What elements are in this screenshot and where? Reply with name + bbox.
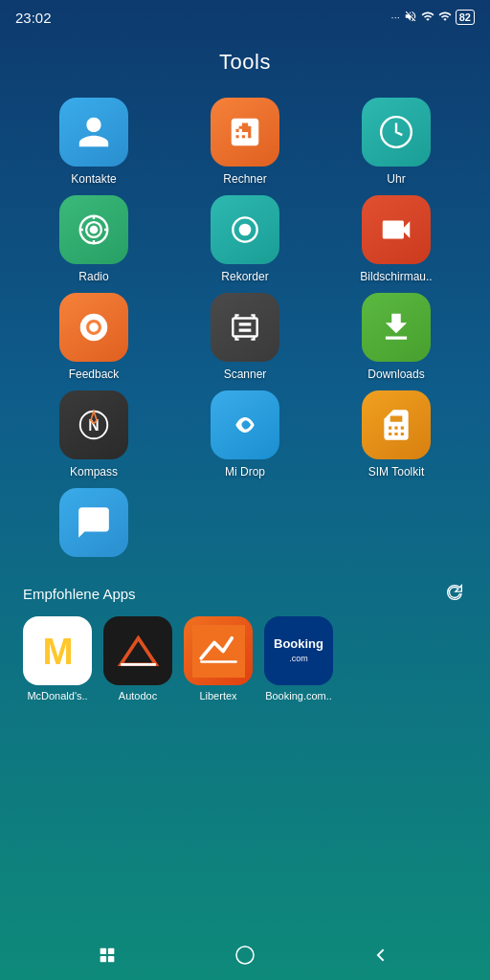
recommended-title: Empfohlene Apps bbox=[23, 586, 136, 602]
recommended-apps-list: M McDonald's.. Autodoc bbox=[23, 616, 467, 702]
autodoc-icon bbox=[103, 616, 172, 685]
feedback-icon bbox=[59, 293, 128, 362]
nav-home-button[interactable] bbox=[94, 942, 121, 969]
uhr-label: Uhr bbox=[387, 172, 405, 186]
app-kontakte[interactable]: Kontakte bbox=[23, 98, 165, 186]
radio-icon bbox=[59, 195, 128, 264]
sim-label: SIM Toolkit bbox=[368, 465, 424, 479]
bildschirm-label: Bildschirmau.. bbox=[360, 270, 432, 283]
svg-point-5 bbox=[239, 224, 252, 236]
nav-bar bbox=[0, 930, 490, 980]
kompass-icon: N bbox=[59, 390, 128, 459]
refresh-button[interactable] bbox=[444, 582, 467, 605]
svg-point-6 bbox=[80, 314, 108, 342]
svg-rect-12 bbox=[112, 625, 165, 678]
svg-text:N: N bbox=[88, 417, 99, 434]
kompass-label: Kompass bbox=[70, 465, 118, 479]
app-chat[interactable] bbox=[23, 488, 165, 563]
app-sim[interactable]: SIM Toolkit bbox=[325, 390, 467, 479]
radio-label: Radio bbox=[78, 270, 108, 283]
booking-label: Booking.com.. bbox=[265, 690, 332, 702]
svg-text:M: M bbox=[42, 631, 73, 672]
svg-rect-7 bbox=[233, 319, 256, 337]
app-bildschirm[interactable]: Bildschirmau.. bbox=[325, 195, 467, 283]
status-icons: ··· 82 bbox=[391, 10, 475, 25]
booking-icon: Booking.com bbox=[264, 616, 333, 685]
scanner-icon bbox=[211, 293, 279, 362]
svg-point-3 bbox=[91, 227, 97, 233]
downloads-label: Downloads bbox=[368, 368, 424, 381]
kontakte-icon bbox=[59, 98, 128, 167]
nav-back-button[interactable] bbox=[369, 942, 396, 969]
status-time: 23:02 bbox=[15, 10, 52, 26]
app-grid: Kontakte Rechner Uhr Radio Rekorder Bild… bbox=[0, 98, 490, 563]
rechner-label: Rechner bbox=[223, 172, 266, 186]
app-radio[interactable]: Radio bbox=[23, 195, 165, 283]
app-scanner[interactable]: Scanner bbox=[174, 293, 316, 381]
scanner-label: Scanner bbox=[224, 368, 267, 381]
app-rechner[interactable]: Rechner bbox=[174, 98, 316, 186]
libertex-icon bbox=[184, 616, 253, 685]
chat-icon bbox=[59, 488, 128, 557]
kontakte-label: Kontakte bbox=[71, 172, 116, 186]
rechner-icon bbox=[211, 98, 279, 167]
sim-icon bbox=[362, 390, 431, 459]
rec-libertex[interactable]: Libertex bbox=[184, 616, 253, 702]
status-bar: 23:02 ··· 82 bbox=[0, 0, 490, 31]
rec-mcdonalds[interactable]: M McDonald's.. bbox=[23, 616, 92, 702]
rec-autodoc[interactable]: Autodoc bbox=[103, 616, 172, 702]
svg-rect-16 bbox=[100, 948, 106, 954]
app-feedback[interactable]: Feedback bbox=[23, 293, 165, 381]
svg-rect-18 bbox=[108, 948, 114, 954]
nav-circle-button[interactable] bbox=[232, 942, 258, 969]
app-downloads[interactable]: Downloads bbox=[325, 293, 467, 381]
rekorder-label: Rekorder bbox=[221, 270, 268, 283]
midrop-icon bbox=[211, 390, 279, 459]
wifi-icon bbox=[438, 10, 452, 25]
mcdonalds-label: McDonald's.. bbox=[27, 690, 87, 702]
autodoc-label: Autodoc bbox=[119, 690, 157, 702]
svg-rect-17 bbox=[100, 956, 106, 962]
downloads-icon bbox=[362, 293, 431, 362]
libertex-label: Libertex bbox=[199, 690, 236, 702]
battery-indicator: 82 bbox=[456, 10, 475, 25]
uhr-icon bbox=[362, 98, 431, 167]
mute-icon bbox=[404, 10, 417, 25]
feedback-label: Feedback bbox=[69, 368, 120, 381]
app-kompass[interactable]: N Kompass bbox=[23, 390, 165, 479]
mcdonalds-icon: M bbox=[23, 616, 92, 685]
signal-icon bbox=[421, 10, 434, 25]
rec-booking[interactable]: Booking.com Booking.com.. bbox=[264, 616, 333, 702]
svg-rect-15 bbox=[192, 625, 245, 678]
recommended-section: Empfohlene Apps M McDonald's.. bbox=[0, 572, 490, 709]
app-uhr[interactable]: Uhr bbox=[325, 98, 467, 186]
app-midrop[interactable]: Mi Drop bbox=[174, 390, 316, 479]
recommended-header: Empfohlene Apps bbox=[23, 582, 467, 605]
page-title: Tools bbox=[0, 50, 490, 75]
svg-rect-19 bbox=[108, 956, 114, 962]
dots-icon: ··· bbox=[391, 11, 400, 23]
app-rekorder[interactable]: Rekorder bbox=[174, 195, 316, 283]
rekorder-icon bbox=[211, 195, 279, 264]
midrop-label: Mi Drop bbox=[225, 465, 265, 479]
svg-point-20 bbox=[236, 947, 254, 964]
bildschirm-icon bbox=[362, 195, 431, 264]
